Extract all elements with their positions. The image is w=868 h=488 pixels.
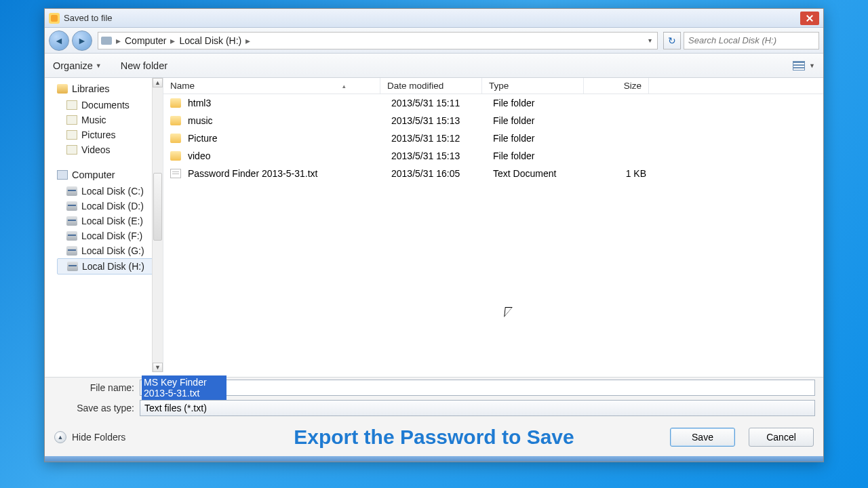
chevron-up-icon: ▲ — [54, 431, 66, 443]
sort-indicator-icon: ▴ — [342, 83, 346, 89]
disk-icon — [66, 216, 77, 226]
new-folder-button[interactable]: New folder — [121, 60, 167, 71]
drive-icon — [101, 37, 112, 45]
refresh-button[interactable]: ↻ — [663, 32, 681, 49]
disk-icon — [67, 262, 78, 271]
file-size: 1 KB — [588, 168, 653, 179]
file-row[interactable]: video2013/5/31 15:13File folder — [163, 147, 823, 165]
file-name: Picture — [188, 133, 384, 144]
sidebar-item-videos[interactable]: Videos — [57, 142, 160, 157]
file-type: File folder — [486, 150, 588, 161]
file-icon — [170, 169, 181, 178]
filename-input[interactable]: MS Key Finder 2013-5-31.txt — [142, 375, 226, 400]
file-row[interactable]: music2013/5/31 15:13File folder — [163, 112, 823, 129]
disk-icon — [66, 246, 77, 256]
scroll-down-icon[interactable]: ▼ — [153, 363, 163, 372]
column-headers: Name▴ Date modified Type Size — [163, 78, 823, 94]
documents-icon — [66, 100, 77, 110]
file-name: html3 — [188, 98, 384, 108]
computer-icon — [57, 170, 68, 180]
crumb-drive[interactable]: Local Disk (H:) — [179, 35, 241, 46]
file-date: 2013/5/31 15:12 — [384, 133, 486, 144]
col-name[interactable]: Name▴ — [163, 78, 380, 94]
save-button[interactable]: Save — [670, 428, 735, 447]
videos-icon — [66, 145, 77, 155]
file-row[interactable]: Picture2013/5/31 15:12File folder — [163, 129, 823, 147]
sidebar-item-drive-g[interactable]: Local Disk (G:) — [57, 243, 160, 258]
sidebar-item-drive-c[interactable]: Local Disk (C:) — [57, 184, 160, 199]
music-icon — [66, 115, 77, 125]
folder-icon — [170, 134, 181, 143]
file-row[interactable]: Password Finder 2013-5-31.txt2013/5/31 1… — [163, 165, 823, 182]
folder-icon — [170, 116, 181, 125]
folder-icon — [170, 151, 181, 161]
folder-icon — [170, 98, 181, 108]
file-date: 2013/5/31 15:13 — [384, 150, 486, 161]
filetype-label: Save as type: — [53, 403, 134, 413]
sidebar-item-documents[interactable]: Documents — [57, 98, 160, 113]
view-dropdown-icon[interactable]: ▼ — [809, 62, 815, 69]
file-name: music — [188, 115, 384, 126]
overlay-caption: Export the Password to Save — [294, 426, 574, 449]
file-date: 2013/5/31 15:11 — [384, 98, 486, 108]
sidebar-item-drive-f[interactable]: Local Disk (F:) — [57, 228, 160, 243]
crumb-computer[interactable]: Computer — [125, 35, 166, 46]
disk-icon — [66, 231, 77, 241]
file-name: video — [188, 150, 384, 161]
toolbar: Organize▼ New folder ▼ — [45, 54, 823, 78]
libraries-icon — [57, 84, 68, 94]
sidebar-item-drive-d[interactable]: Local Disk (D:) — [57, 199, 160, 214]
scroll-up-icon[interactable]: ▲ — [153, 78, 163, 87]
navbar: ◄ ► ▸ Computer ▸ Local Disk (H:) ▸ ▾ ↻ — [45, 28, 823, 54]
address-bar[interactable]: ▸ Computer ▸ Local Disk (H:) ▸ ▾ — [98, 32, 658, 49]
file-type: File folder — [486, 115, 588, 126]
file-type: Text Document — [486, 168, 588, 179]
filename-input-wrap[interactable]: MS Key Finder 2013-5-31.txt — [140, 380, 815, 396]
sidebar: Libraries Documents Music Pictures Video… — [45, 78, 163, 372]
file-name: Password Finder 2013-5-31.txt — [188, 168, 384, 179]
col-size[interactable]: Size — [584, 78, 649, 94]
filename-label: File name: — [53, 382, 134, 393]
computer-node[interactable]: Computer — [57, 169, 160, 180]
save-dialog: Saved to file ◄ ► ▸ Computer ▸ Local Dis… — [44, 8, 824, 462]
file-row[interactable]: html32013/5/31 15:11File folder — [163, 94, 823, 112]
search-box[interactable] — [684, 32, 819, 49]
app-icon — [49, 13, 60, 24]
sidebar-item-music[interactable]: Music — [57, 113, 160, 127]
close-button[interactable] — [800, 12, 819, 25]
col-type[interactable]: Type — [482, 78, 584, 94]
filetype-select[interactable]: Text files (*.txt) — [140, 400, 815, 416]
file-date: 2013/5/31 16:05 — [384, 168, 486, 179]
bottom-panel: File name: MS Key Finder 2013-5-31.txt S… — [45, 377, 823, 462]
titlebar: Saved to file — [45, 9, 823, 28]
file-list: Name▴ Date modified Type Size html32013/… — [163, 78, 823, 372]
libraries-node[interactable]: Libraries — [57, 83, 160, 94]
sidebar-item-drive-e[interactable]: Local Disk (E:) — [57, 214, 160, 228]
footer-accent — [45, 456, 823, 462]
hide-folders-button[interactable]: ▲ Hide Folders — [54, 431, 125, 443]
search-input[interactable] — [688, 35, 814, 45]
scroll-thumb[interactable] — [153, 173, 162, 241]
file-type: File folder — [486, 98, 588, 108]
organize-button[interactable]: Organize▼ — [53, 60, 102, 71]
cancel-button[interactable]: Cancel — [749, 428, 814, 447]
window-title: Saved to file — [64, 13, 113, 23]
sidebar-scrollbar[interactable]: ▲ ▼ — [152, 78, 163, 372]
sidebar-item-drive-h[interactable]: Local Disk (H:) — [57, 258, 160, 274]
sidebar-item-pictures[interactable]: Pictures — [57, 127, 160, 142]
view-icon[interactable] — [793, 61, 805, 70]
address-dropdown-icon[interactable]: ▾ — [646, 37, 654, 44]
file-type: File folder — [486, 133, 588, 144]
file-date: 2013/5/31 15:13 — [384, 115, 486, 126]
col-date[interactable]: Date modified — [380, 78, 482, 94]
forward-button[interactable]: ► — [72, 30, 92, 51]
disk-icon — [66, 186, 77, 196]
disk-icon — [66, 201, 77, 211]
back-button[interactable]: ◄ — [49, 30, 69, 51]
pictures-icon — [66, 130, 77, 140]
